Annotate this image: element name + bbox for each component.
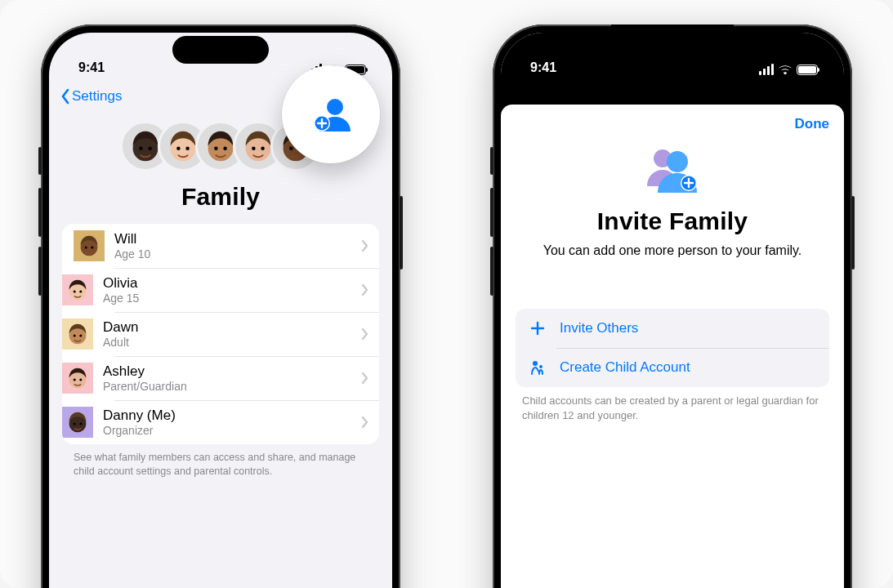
member-avatar xyxy=(62,318,93,350)
member-name: Dawn xyxy=(103,319,351,336)
cellular-icon xyxy=(759,64,774,75)
svg-point-13 xyxy=(289,147,292,150)
member-name: Will xyxy=(114,231,351,247)
svg-point-28 xyxy=(74,422,76,425)
member-name: Danny (Me) xyxy=(103,408,351,424)
svg-point-16 xyxy=(85,246,87,248)
invite-family-sheet: Done Invite Family You can add one more … xyxy=(501,105,844,588)
member-name: Ashley xyxy=(103,363,351,380)
svg-point-11 xyxy=(261,147,264,150)
chevron-right-icon xyxy=(361,239,369,252)
member-sub: Adult xyxy=(103,336,351,349)
family-member-row[interactable]: Danny (Me) Organizer xyxy=(62,400,379,444)
page-title: Family xyxy=(49,175,392,224)
add-person-icon xyxy=(310,94,351,135)
member-avatar xyxy=(74,230,105,261)
member-sub: Age 10 xyxy=(114,247,351,261)
back-button[interactable]: Settings xyxy=(60,88,122,105)
sheet-title: Invite Family xyxy=(516,207,829,235)
invite-options-card: Invite Others Create Child Account xyxy=(516,309,829,387)
svg-point-23 xyxy=(79,334,82,336)
svg-point-19 xyxy=(74,290,76,292)
child-icon xyxy=(529,359,547,376)
add-member-callout xyxy=(282,65,380,163)
phone-invite-family: 9:41 Done xyxy=(493,24,852,588)
svg-point-26 xyxy=(79,378,82,381)
svg-point-8 xyxy=(223,147,226,150)
family-member-row[interactable]: Ashley Parent/Guardian xyxy=(62,356,379,400)
sheet-lead: You can add one more person to your fami… xyxy=(516,243,829,258)
svg-point-2 xyxy=(148,147,151,150)
battery-icon xyxy=(797,65,818,75)
family-member-row[interactable]: Dawn Adult xyxy=(62,312,379,356)
dynamic-island xyxy=(611,24,734,47)
family-member-row[interactable]: Will Age 10 xyxy=(62,224,379,268)
svg-point-30 xyxy=(327,99,343,115)
svg-point-37 xyxy=(533,361,538,366)
chevron-right-icon xyxy=(361,416,369,429)
svg-point-17 xyxy=(91,246,93,248)
dynamic-island xyxy=(172,36,269,64)
done-button[interactable]: Done xyxy=(795,116,830,132)
svg-point-1 xyxy=(139,147,142,150)
svg-point-7 xyxy=(214,147,217,150)
member-name: Olivia xyxy=(103,275,351,292)
chevron-right-icon xyxy=(361,372,369,385)
option-label: Create Child Account xyxy=(560,359,690,376)
invite-others-row[interactable]: Invite Others xyxy=(516,309,829,348)
chevron-right-icon xyxy=(361,327,369,341)
member-avatar xyxy=(62,363,93,394)
option-label: Invite Others xyxy=(560,320,638,336)
svg-point-38 xyxy=(539,365,542,368)
family-members-list: Will Age 10 Olivia Age 15 Dawn xyxy=(62,224,379,444)
member-sub: Parent/Guardian xyxy=(103,380,351,393)
member-sub: Age 15 xyxy=(103,292,351,305)
create-child-account-row[interactable]: Create Child Account xyxy=(516,348,829,387)
svg-point-25 xyxy=(74,378,76,381)
member-avatar xyxy=(62,274,93,305)
status-time: 9:41 xyxy=(530,60,556,75)
wifi-icon xyxy=(778,65,793,75)
family-hero-icon xyxy=(516,116,829,203)
family-footer-note: See what family members can access and s… xyxy=(49,444,392,479)
sheet-footer-note: Child accounts can be created by a paren… xyxy=(516,387,829,423)
svg-point-4 xyxy=(176,147,180,150)
svg-point-10 xyxy=(252,147,255,150)
svg-point-20 xyxy=(79,290,82,292)
member-sub: Organizer xyxy=(103,424,351,437)
svg-point-22 xyxy=(74,334,76,336)
status-time: 9:41 xyxy=(78,60,105,75)
family-member-row[interactable]: Olivia Age 15 xyxy=(62,268,379,312)
member-avatar xyxy=(62,407,93,438)
svg-point-5 xyxy=(185,147,189,150)
svg-point-29 xyxy=(79,422,82,425)
svg-point-34 xyxy=(667,151,688,172)
back-label: Settings xyxy=(72,88,122,105)
plus-icon xyxy=(529,320,547,336)
chevron-right-icon xyxy=(361,283,369,296)
chevron-left-icon xyxy=(60,88,70,105)
